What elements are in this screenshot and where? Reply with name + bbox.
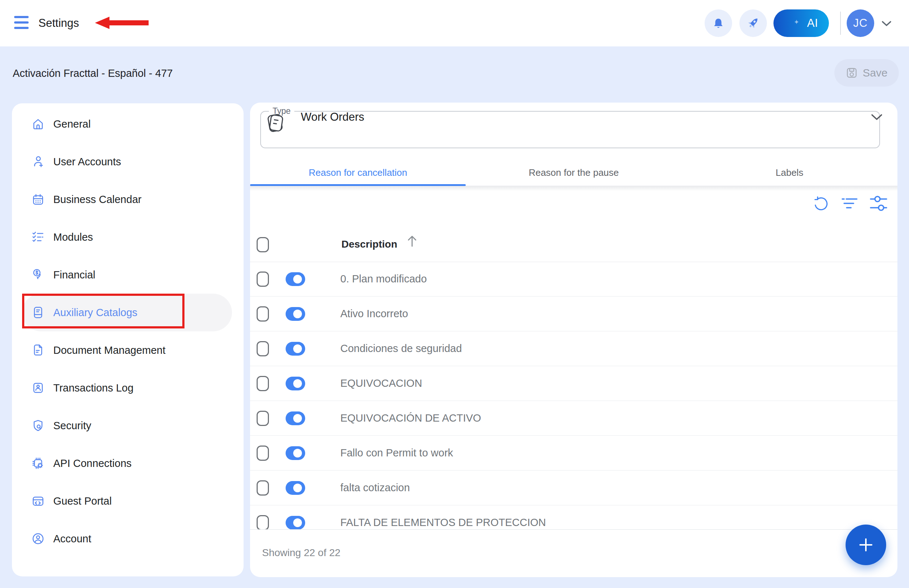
calendar-icon: [31, 192, 45, 207]
row-checkbox[interactable]: [257, 271, 269, 287]
row-checkbox[interactable]: [257, 446, 269, 461]
catalog-table-body: 0. Plan modificado Ativo Incorreto Condi…: [250, 262, 898, 529]
sidebar-item-security[interactable]: Security: [22, 407, 232, 444]
sidebar-item-label: Business Calendar: [53, 194, 141, 205]
tab-labels[interactable]: Labels: [682, 160, 898, 186]
sparkle-icon: ✦: [794, 18, 799, 26]
row-toggle-on[interactable]: [286, 516, 305, 529]
sidebar-item-transactions-log[interactable]: Transactions Log: [22, 369, 232, 407]
save-button[interactable]: Save: [834, 59, 899, 87]
transactions-icon: [31, 381, 45, 395]
sidebar-item-label: Security: [53, 420, 91, 432]
row-count-status: Showing 22 of 22: [262, 547, 340, 559]
tabs-shadow: [250, 186, 898, 191]
annotation-arrow-icon: [95, 17, 149, 29]
row-description: FALTA DE ELEMENTOS DE PROTECCION: [340, 506, 546, 529]
sidebar-item-label: Guest Portal: [53, 495, 111, 507]
tab-label: Labels: [776, 167, 804, 178]
row-description: Ativo Incorreto: [340, 297, 408, 331]
sidebar-item-document-management[interactable]: Document Management: [22, 331, 232, 369]
save-icon: [846, 67, 858, 79]
settings-sidebar: General User Accounts Business Calendar: [12, 103, 244, 577]
row-description: Condiciones de seguridad: [340, 331, 462, 366]
select-all-checkbox[interactable]: [257, 237, 269, 252]
sidebar-item-user-accounts[interactable]: User Accounts: [22, 143, 232, 181]
type-select-value: Work Orders: [301, 111, 364, 124]
notifications-button[interactable]: [705, 10, 732, 37]
sidebar-item-account[interactable]: Account: [22, 520, 232, 557]
row-checkbox[interactable]: [257, 480, 269, 496]
plus-icon: [858, 537, 874, 553]
home-icon: [31, 117, 45, 131]
row-toggle-on[interactable]: [286, 307, 305, 321]
table-row: EQUIVOCACION: [250, 366, 898, 401]
table-header: Description: [250, 228, 898, 262]
row-description: Fallo con Permit to work: [340, 436, 453, 470]
ai-assistant-button[interactable]: ✦ AI: [773, 10, 829, 37]
catalog-tabs: Reason for cancellation Reason for the p…: [250, 160, 898, 186]
page-title: Settings: [39, 0, 79, 47]
table-row: 0. Plan modificado: [250, 262, 898, 297]
work-order-icon: [260, 108, 291, 138]
bell-icon: [711, 16, 726, 31]
table-row: EQUIVOCACIÓN DE ACTIVO: [250, 401, 898, 436]
row-toggle-on[interactable]: [286, 376, 305, 391]
refresh-icon[interactable]: [812, 195, 829, 212]
sidebar-item-label: Account: [53, 533, 91, 545]
coin-icon: [31, 268, 45, 282]
rocket-icon: [746, 16, 761, 31]
sidebar-item-label: Financial: [53, 269, 95, 281]
row-toggle-on[interactable]: [286, 446, 305, 460]
tab-reason-for-cancellation[interactable]: Reason for cancellation: [250, 160, 466, 186]
column-header-description: Description: [341, 239, 397, 250]
table-row: falta cotizacion: [250, 470, 898, 506]
portal-window-icon: [31, 494, 45, 508]
avatar[interactable]: JC: [847, 10, 874, 37]
row-checkbox[interactable]: [257, 515, 269, 529]
breadcrumb: Activación Fracttal - Español - 477: [13, 68, 173, 79]
row-checkbox[interactable]: [257, 376, 269, 391]
row-description: EQUIVOCACIÓN DE ACTIVO: [340, 401, 481, 436]
sidebar-item-label: Auxiliary Catalogs: [53, 307, 137, 319]
tab-label: Reason for cancellation: [309, 167, 407, 178]
tab-label: Reason for the pause: [529, 167, 619, 178]
row-toggle-on[interactable]: [286, 272, 305, 286]
filter-icon[interactable]: [841, 196, 858, 212]
row-checkbox[interactable]: [257, 306, 269, 321]
add-button[interactable]: [846, 525, 886, 565]
sidebar-item-modules[interactable]: Modules: [22, 218, 232, 256]
sort-ascending-icon[interactable]: [407, 235, 418, 247]
sidebar-item-general[interactable]: General: [22, 105, 232, 143]
row-toggle-on[interactable]: [286, 342, 305, 355]
hamburger-icon[interactable]: [14, 16, 29, 31]
sidebar-item-label: API Connections: [53, 457, 132, 470]
chevron-down-icon[interactable]: [882, 21, 891, 26]
row-toggle-on[interactable]: [286, 481, 305, 495]
sidebar-item-business-calendar[interactable]: Business Calendar: [22, 181, 232, 218]
catalog-book-icon: [31, 305, 45, 320]
divider: [840, 11, 841, 35]
sidebar-item-label: Transactions Log: [53, 382, 133, 394]
sidebar-item-label: Document Management: [53, 344, 166, 356]
row-checkbox[interactable]: [257, 341, 269, 356]
table-row: Fallo con Permit to work: [250, 436, 898, 470]
top-bar: Settings ✦ AI JC: [0, 0, 909, 47]
save-button-label: Save: [862, 67, 887, 79]
row-checkbox[interactable]: [257, 411, 269, 426]
chip-gear-icon: [31, 456, 45, 470]
row-toggle-on[interactable]: [286, 412, 305, 425]
table-footer: Showing 22 of 22: [250, 529, 898, 577]
sidebar-item-api-connections[interactable]: API Connections: [22, 444, 232, 482]
sidebar-item-auxiliary-catalogs[interactable]: Auxiliary Catalogs: [22, 294, 232, 331]
tune-icon[interactable]: [869, 194, 888, 213]
tab-reason-for-the-pause[interactable]: Reason for the pause: [466, 160, 681, 186]
launcher-button[interactable]: [739, 10, 767, 37]
row-description: falta cotizacion: [340, 470, 410, 506]
account-circle-icon: [31, 531, 45, 546]
sidebar-item-label: User Accounts: [53, 156, 121, 168]
table-row: FALTA DE ELEMENTOS DE PROTECCION: [250, 506, 898, 529]
avatar-initials: JC: [853, 17, 868, 30]
sidebar-item-financial[interactable]: Financial: [22, 256, 232, 294]
sidebar-item-guest-portal[interactable]: Guest Portal: [22, 482, 232, 520]
chevron-down-icon: [870, 113, 883, 121]
